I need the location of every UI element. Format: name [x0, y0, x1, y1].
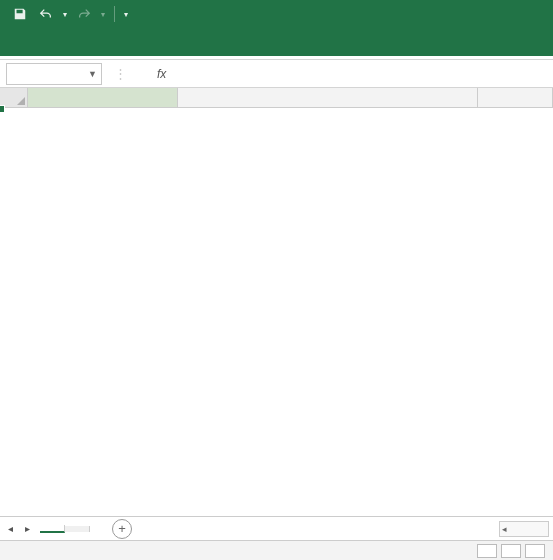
formula-bar-buttons: ⋮ fx [108, 66, 172, 81]
sheet-tab-windowsinfo[interactable] [40, 525, 65, 533]
spreadsheet-grid[interactable] [0, 88, 553, 108]
save-icon[interactable] [8, 2, 32, 26]
column-headers [0, 88, 553, 108]
tab-home[interactable] [36, 44, 64, 56]
sheet-nav[interactable]: ◂ ▸ [8, 523, 40, 534]
col-header-b[interactable] [178, 88, 478, 108]
undo-dropdown-icon[interactable]: ▾ [60, 2, 70, 26]
sheet-tab-more[interactable] [90, 526, 106, 532]
redo-dropdown-icon: ▾ [98, 2, 108, 26]
tab-data[interactable] [148, 44, 176, 56]
tab-file[interactable] [8, 44, 36, 56]
add-sheet-button[interactable]: + [112, 519, 132, 539]
view-pagelayout-icon[interactable] [501, 544, 521, 558]
undo-icon[interactable] [34, 2, 58, 26]
tab-review[interactable] [176, 44, 204, 56]
sheet-tab-bar: ◂ ▸ + [0, 516, 553, 540]
status-bar [0, 540, 553, 560]
formula-bar: ▼ ⋮ fx [0, 60, 553, 88]
view-normal-icon[interactable] [477, 544, 497, 558]
tab-insert[interactable] [64, 44, 92, 56]
sheet-tab-apps[interactable] [65, 526, 90, 532]
tab-formulas[interactable] [120, 44, 148, 56]
tab-pagelayout[interactable] [92, 44, 120, 56]
select-all-corner[interactable] [0, 88, 28, 108]
horizontal-scrollbar[interactable] [499, 521, 549, 537]
redo-icon[interactable] [72, 2, 96, 26]
sheet-nav-prev-icon[interactable]: ◂ [8, 523, 13, 534]
view-buttons [477, 544, 545, 558]
view-pagebreak-icon[interactable] [525, 544, 545, 558]
quick-access-toolbar: ▾ ▾ ▾ [0, 2, 131, 26]
sheet-nav-next-icon[interactable]: ▸ [25, 523, 30, 534]
title-bar: ▾ ▾ ▾ [0, 0, 553, 28]
fx-icon[interactable]: fx [157, 67, 166, 81]
name-box[interactable]: ▼ [6, 63, 102, 85]
ribbon-tabs [0, 28, 553, 56]
col-header-c[interactable] [478, 88, 553, 108]
name-box-dropdown-icon[interactable]: ▼ [88, 69, 97, 79]
col-header-a[interactable] [28, 88, 178, 108]
active-cell-outline [0, 108, 4, 112]
tab-view[interactable] [204, 44, 232, 56]
qat-customize-icon[interactable]: ▾ [121, 2, 131, 26]
divider: ⋮ [114, 66, 127, 81]
